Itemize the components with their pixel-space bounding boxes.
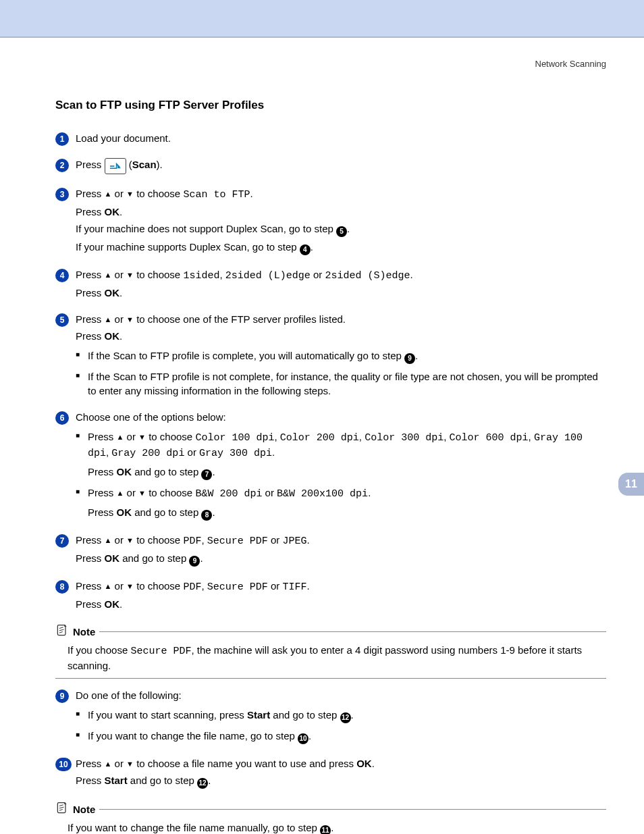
text: .	[306, 580, 309, 592]
down-arrow-icon: ▼	[126, 190, 134, 198]
text: or	[111, 269, 126, 280]
text: and go to step	[132, 466, 201, 477]
step-8: 8 Press ▲ or ▼ to choose PDF, Secure PDF…	[55, 579, 606, 614]
text: or	[268, 580, 283, 592]
step-5-line1: Press ▲ or ▼ to choose one of the FTP se…	[76, 312, 606, 326]
step-badge-8: 8	[55, 580, 69, 594]
text: Press	[76, 330, 105, 342]
start-label: Start	[105, 775, 128, 786]
option: Gray 200 dpi	[111, 448, 184, 459]
note-1-body: If you choose Secure PDF, the machine wi…	[55, 643, 606, 679]
text: or	[268, 534, 283, 546]
down-arrow-icon: ▼	[126, 271, 134, 279]
step-8-line1: Press ▲ or ▼ to choose PDF, Secure PDF o…	[76, 579, 606, 594]
text: Press	[76, 534, 105, 546]
text: or	[111, 188, 126, 199]
ok-label: OK	[105, 552, 120, 564]
up-arrow-icon: ▲	[105, 760, 112, 768]
note-icon	[55, 801, 69, 818]
ref-badge-5: 5	[336, 226, 347, 237]
step-1: 1 Load your document.	[55, 131, 606, 148]
step-9-sub2: If you want to change the file name, go …	[88, 729, 606, 744]
text: ,	[201, 534, 207, 546]
start-label: Start	[247, 709, 270, 721]
option: B&W 200x100 dpi	[277, 488, 368, 500]
text: or	[124, 431, 138, 442]
ok-label: OK	[105, 206, 120, 217]
option: TIFF	[282, 581, 306, 593]
down-arrow-icon: ▼	[138, 433, 146, 441]
up-arrow-icon: ▲	[105, 536, 112, 544]
down-arrow-icon: ▼	[126, 536, 134, 544]
up-arrow-icon: ▲	[105, 271, 112, 279]
option: Color 100 dpi	[195, 432, 274, 444]
note-2: Note If you want to change the file name…	[55, 801, 606, 834]
ref-badge-9: 9	[189, 556, 200, 567]
text: Press	[76, 598, 105, 610]
text: Press	[88, 487, 117, 498]
step-badge-3: 3	[55, 188, 69, 201]
option: Scan to FTP	[183, 189, 250, 201]
text: .	[311, 241, 313, 253]
step-4: 4 Press ▲ or ▼ to choose 1sided, 2sided …	[55, 267, 606, 303]
step-10-line2: Press Start and go to step 12.	[76, 773, 606, 789]
text: .	[410, 269, 412, 280]
up-arrow-icon: ▲	[117, 433, 124, 441]
text: .	[119, 206, 122, 217]
text: .	[119, 287, 122, 298]
up-arrow-icon: ▲	[105, 582, 112, 590]
step-6-sub1: Press ▲ or ▼ to choose Color 100 dpi, Co…	[88, 429, 606, 461]
text: and go to step	[132, 506, 201, 518]
step-2: 2 Press (Scan).	[55, 157, 606, 177]
text: or	[124, 487, 138, 498]
up-arrow-icon: ▲	[117, 489, 124, 497]
text: to choose a file name you want to use an…	[134, 758, 356, 769]
step-6-lead: Choose one of the options below:	[76, 410, 606, 424]
text: .	[308, 730, 311, 741]
text: .	[119, 598, 122, 610]
text: to choose	[134, 188, 183, 199]
step-5-sub1: If the Scan to FTP profile is complete, …	[88, 348, 606, 364]
step-badge-6: 6	[55, 411, 69, 425]
text: Press	[76, 313, 105, 325]
text: to choose	[134, 534, 183, 546]
text: ,	[219, 269, 225, 280]
step-badge-2: 2	[55, 159, 69, 172]
text: .	[212, 466, 215, 477]
option: Secure PDF	[207, 581, 268, 593]
step-badge-10: 10	[55, 758, 72, 771]
step-8-line2: Press OK.	[76, 597, 606, 611]
note-label: Note	[73, 802, 95, 816]
option: Color 600 dpi	[450, 432, 529, 444]
option: Gray 300 dpi	[199, 448, 272, 459]
text: ,	[274, 431, 279, 442]
note-label: Note	[73, 625, 95, 639]
step-7-line1: Press ▲ or ▼ to choose PDF, Secure PDF o…	[76, 533, 606, 548]
text: .	[306, 534, 309, 546]
text: or	[111, 534, 126, 546]
ref-badge-10: 10	[298, 733, 308, 744]
option: 1sided	[183, 270, 219, 282]
ok-label: OK	[105, 287, 120, 298]
step-4-line2: Press OK.	[76, 286, 606, 300]
note-rule	[99, 809, 606, 810]
running-head: Network Scanning	[55, 58, 606, 70]
text: .	[212, 506, 215, 518]
step-3-line3: If your machine does not support Duplex …	[76, 221, 606, 237]
step-7: 7 Press ▲ or ▼ to choose PDF, Secure PDF…	[55, 533, 606, 569]
text: .	[331, 822, 333, 833]
step-badge-5: 5	[55, 313, 69, 327]
down-arrow-icon: ▼	[126, 582, 134, 590]
step-badge-9: 9	[55, 689, 69, 703]
step-6: 6 Choose one of the options below: Press…	[55, 410, 606, 523]
step-4-line1: Press ▲ or ▼ to choose 1sided, 2sided (L…	[76, 267, 606, 283]
ok-label: OK	[105, 330, 120, 342]
step-3-line2: Press OK.	[76, 205, 606, 219]
page-content: Network Scanning Scan to FTP using FTP S…	[0, 38, 644, 834]
text: ,	[359, 431, 365, 442]
step-6-press2: Press OK and go to step 8.	[88, 505, 606, 521]
text: .	[208, 775, 211, 786]
header-band	[0, 0, 644, 38]
text: or	[311, 269, 325, 280]
text: If you want to change the file name, go …	[88, 730, 298, 741]
